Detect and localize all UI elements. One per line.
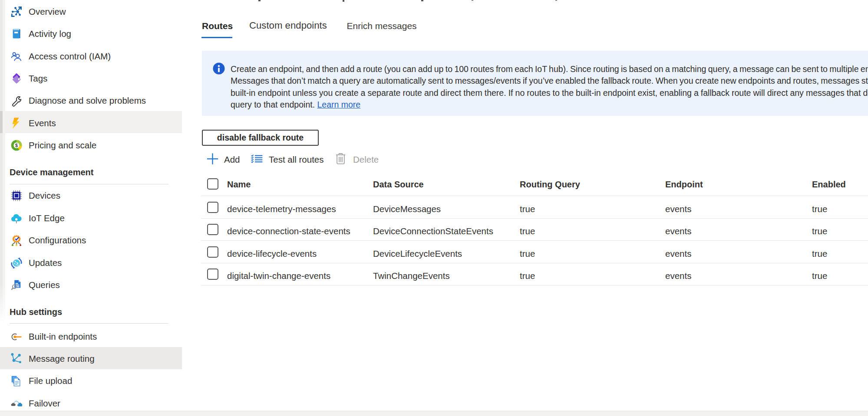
svg-text:$: $ bbox=[15, 143, 18, 148]
